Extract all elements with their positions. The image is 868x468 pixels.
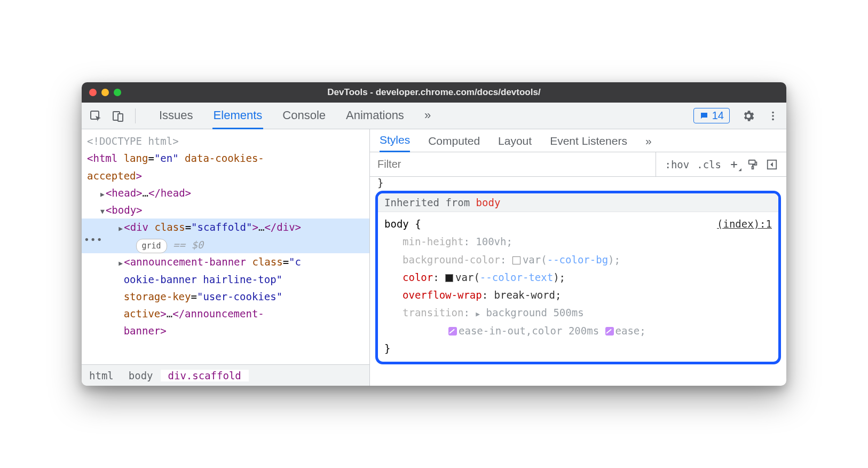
inherit-label: Inherited from bbox=[384, 197, 476, 208]
svg-rect-6 bbox=[749, 160, 755, 163]
dom-body-open[interactable]: ▼<body> bbox=[87, 201, 369, 219]
dom-html-open[interactable]: <html lang="en" data-cookies- bbox=[87, 150, 369, 167]
gutter-ellipsis-icon[interactable]: ••• bbox=[84, 234, 103, 245]
close-dot[interactable] bbox=[89, 89, 97, 96]
rule-highlight-box: Inherited from body body { (index):1 min… bbox=[375, 191, 781, 364]
toolbar-left: Issues Elements Console Animations » bbox=[89, 103, 432, 128]
crumb-html[interactable]: html bbox=[82, 370, 121, 381]
dom-doctype[interactable]: <!DOCTYPE html> bbox=[87, 132, 369, 150]
prior-rule-close: } bbox=[370, 177, 786, 189]
decl-transition[interactable]: transition: ▶ background 500ms bbox=[384, 304, 772, 322]
breadcrumb: html body div.scaffold bbox=[82, 364, 369, 386]
expand-shorthand-icon[interactable]: ▶ bbox=[476, 310, 480, 318]
tabs-overflow[interactable]: » bbox=[423, 103, 432, 128]
rule-header: body { (index):1 bbox=[384, 215, 772, 233]
toolbar-right: 14 bbox=[693, 108, 779, 123]
decl-color[interactable]: color: var(--color-text); bbox=[384, 269, 772, 286]
color-swatch-icon[interactable] bbox=[512, 256, 520, 264]
dom-tree[interactable]: <!DOCTYPE html> <html lang="en" data-coo… bbox=[82, 129, 369, 364]
inspect-icon[interactable] bbox=[89, 110, 102, 122]
crumb-scaffold[interactable]: div.scaffold bbox=[161, 370, 249, 381]
gear-icon[interactable] bbox=[741, 109, 755, 123]
styles-sub-tabs: Styles Computed Layout Event Listeners » bbox=[370, 129, 786, 152]
new-rule-icon[interactable]: ◢ bbox=[729, 159, 739, 170]
svg-rect-7 bbox=[752, 166, 754, 169]
crumb-body[interactable]: body bbox=[121, 370, 161, 381]
decl-background-color[interactable]: background-color: var(--color-bg); bbox=[384, 251, 772, 269]
rule-body[interactable]: body { (index):1 min-height: 100vh; back… bbox=[378, 212, 778, 362]
filter-input[interactable] bbox=[370, 152, 656, 176]
inherited-from-bar: Inherited from body bbox=[378, 193, 778, 212]
svg-point-5 bbox=[772, 118, 774, 120]
main-toolbar: Issues Elements Console Animations » 14 bbox=[82, 103, 786, 129]
dom-html-open-2[interactable]: accepted> bbox=[87, 167, 369, 184]
traffic-lights bbox=[89, 89, 121, 96]
filter-tools: :hov .cls ◢ bbox=[656, 159, 786, 170]
device-icon[interactable] bbox=[112, 110, 124, 122]
tab-elements[interactable]: Elements bbox=[212, 103, 264, 129]
rule-close-brace: } bbox=[384, 340, 772, 357]
paint-icon[interactable] bbox=[747, 159, 759, 170]
styles-panel: Styles Computed Layout Event Listeners »… bbox=[370, 129, 786, 386]
filter-row: :hov .cls ◢ bbox=[370, 152, 786, 177]
kebab-icon[interactable] bbox=[767, 110, 779, 122]
decl-min-height[interactable]: min-height: 100vh; bbox=[384, 233, 772, 251]
issues-badge[interactable]: 14 bbox=[693, 108, 730, 123]
rule-source-link[interactable]: (index):1 bbox=[717, 215, 772, 233]
subtab-overflow[interactable]: » bbox=[645, 135, 652, 152]
bezier-icon[interactable] bbox=[605, 327, 614, 336]
dom-panel: ••• <!DOCTYPE html> <html lang="en" data… bbox=[82, 129, 370, 386]
bezier-icon[interactable] bbox=[448, 327, 457, 336]
computed-pane-icon[interactable] bbox=[766, 159, 778, 170]
dom-banner-2[interactable]: ookie-banner hairline-top" bbox=[87, 271, 369, 288]
devtools-window: DevTools - developer.chrome.com/docs/dev… bbox=[82, 82, 786, 386]
color-swatch-icon[interactable] bbox=[445, 274, 453, 282]
decl-overflow-wrap[interactable]: overflow-wrap: break-word; bbox=[384, 286, 772, 304]
tab-issues[interactable]: Issues bbox=[158, 103, 194, 128]
subtab-styles[interactable]: Styles bbox=[380, 134, 410, 152]
inherit-from-selector[interactable]: body bbox=[476, 197, 501, 208]
tab-console[interactable]: Console bbox=[281, 103, 327, 128]
tab-animations[interactable]: Animations bbox=[345, 103, 405, 128]
svg-point-3 bbox=[772, 111, 774, 113]
panel-tabs: Issues Elements Console Animations » bbox=[158, 103, 432, 128]
minimize-dot[interactable] bbox=[101, 89, 109, 96]
dom-banner[interactable]: ▶<announcement-banner class="c bbox=[87, 253, 369, 270]
dom-scaffold[interactable]: ▶<div class="scaffold">…</div> bbox=[82, 219, 369, 236]
rule-selector[interactable]: body { bbox=[384, 215, 421, 233]
issues-count: 14 bbox=[712, 110, 724, 122]
decl-transition-line2[interactable]: ease-in-out,color 200ms ease; bbox=[384, 322, 772, 340]
titlebar: DevTools - developer.chrome.com/docs/dev… bbox=[82, 82, 786, 103]
subtab-layout[interactable]: Layout bbox=[498, 135, 532, 152]
window-title: DevTools - developer.chrome.com/docs/dev… bbox=[82, 87, 786, 98]
dom-scaffold-hint: grid == $0 bbox=[82, 236, 369, 254]
svg-rect-2 bbox=[118, 114, 123, 121]
zoom-dot[interactable] bbox=[114, 89, 121, 96]
main-area: ••• <!DOCTYPE html> <html lang="en" data… bbox=[82, 129, 786, 386]
dom-banner-4[interactable]: active>…</announcement- bbox=[87, 305, 369, 322]
toolbar-divider bbox=[135, 108, 136, 123]
subtab-event-listeners[interactable]: Event Listeners bbox=[550, 135, 627, 152]
dom-head[interactable]: ▶<head>…</head> bbox=[87, 184, 369, 201]
dom-banner-3[interactable]: storage-key="user-cookies" bbox=[87, 288, 369, 305]
subtab-computed[interactable]: Computed bbox=[428, 135, 480, 152]
hov-toggle[interactable]: :hov bbox=[665, 159, 689, 170]
cls-toggle[interactable]: .cls bbox=[697, 159, 721, 170]
dom-banner-5[interactable]: banner> bbox=[87, 322, 369, 339]
svg-point-4 bbox=[772, 115, 774, 117]
